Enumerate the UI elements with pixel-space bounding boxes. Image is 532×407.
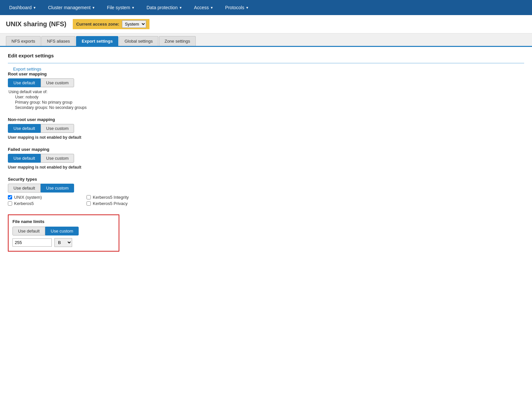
nav-access[interactable]: Access ▼ xyxy=(188,1,219,14)
nav-access-label: Access xyxy=(194,5,209,10)
nav-access-caret: ▼ xyxy=(210,6,213,10)
security-types-label: Security types xyxy=(8,177,524,182)
nav-dataprotection-caret: ▼ xyxy=(179,6,182,10)
nav-dashboard-caret: ▼ xyxy=(33,6,36,10)
top-navigation: Dashboard ▼ Cluster management ▼ File sy… xyxy=(0,0,532,15)
nav-filesystem-label: File system xyxy=(107,5,130,10)
nav-protocols[interactable]: Protocols ▼ xyxy=(219,1,255,14)
nav-filesystem-caret: ▼ xyxy=(131,6,135,10)
unix-system-checkbox[interactable] xyxy=(8,195,12,199)
non-root-user-mapping-block: Non-root user mapping Use default Use cu… xyxy=(8,117,524,140)
edit-section-title: Edit export settings xyxy=(8,53,524,58)
file-limits-use-default-button[interactable]: Use default xyxy=(12,227,45,235)
file-name-limits-block: File name limits Use default Use custom … xyxy=(8,213,524,252)
checkbox-kerberos5: Kerberos5 xyxy=(8,201,80,206)
non-root-use-custom-button[interactable]: Use custom xyxy=(41,124,74,133)
nav-dashboard-label: Dashboard xyxy=(9,5,32,10)
file-name-limits-box: File name limits Use default Use custom … xyxy=(8,214,119,252)
file-limits-use-custom-button[interactable]: Use custom xyxy=(45,227,79,235)
nav-file-system[interactable]: File system ▼ xyxy=(101,1,141,14)
root-mapping-info: Using default value of: User: nobody Pri… xyxy=(9,90,524,110)
non-root-mapping-note: User mapping is not enabled by default xyxy=(8,135,524,140)
root-user-mapping-block: Root user mapping Use default Use custom… xyxy=(8,71,524,110)
root-use-custom-button[interactable]: Use custom xyxy=(41,78,74,87)
nav-cluster-label: Cluster management xyxy=(48,5,90,10)
export-settings-section: Export settings Root user mapping Use de… xyxy=(8,63,524,252)
security-types-checkboxes: UNIX (system) Kerberos5 Integrity Kerber… xyxy=(8,195,524,206)
failed-user-mapping-btn-group: Use default Use custom xyxy=(8,154,524,163)
nav-data-protection[interactable]: Data protection ▼ xyxy=(141,1,188,14)
non-root-user-mapping-btn-group: Use default Use custom xyxy=(8,124,524,133)
kerberos5-integrity-checkbox[interactable] xyxy=(87,195,91,199)
file-limits-input-row: B KB MB xyxy=(12,238,115,247)
tab-global-settings[interactable]: Global settings xyxy=(119,36,158,46)
tab-nfs-exports[interactable]: NFS exports xyxy=(6,36,41,46)
kerberos5-privacy-checkbox[interactable] xyxy=(87,201,91,206)
nav-protocols-caret: ▼ xyxy=(246,6,249,10)
security-types-block: Security types Use default Use custom UN… xyxy=(8,177,524,206)
root-use-default-button[interactable]: Use default xyxy=(8,78,41,87)
kerberos5-checkbox[interactable] xyxy=(8,201,12,206)
root-info-line-3: Secondary groups: No secondary groups xyxy=(15,105,524,110)
security-use-custom-button[interactable]: Use custom xyxy=(41,184,74,193)
root-user-mapping-btn-group: Use default Use custom xyxy=(8,78,524,87)
nav-cluster-management[interactable]: Cluster management ▼ xyxy=(42,1,101,14)
failed-user-mapping-block: Failed user mapping Use default Use cust… xyxy=(8,147,524,170)
page-title: UNIX sharing (NFS) xyxy=(6,20,66,28)
file-name-limits-btn-group: Use default Use custom xyxy=(12,227,115,235)
checkbox-kerberos5-privacy: Kerberos5 Privacy xyxy=(87,201,159,206)
root-info-line-1: User: nobody xyxy=(15,95,524,99)
non-root-user-mapping-label: Non-root user mapping xyxy=(8,117,524,122)
file-name-limits-label: File name limits xyxy=(12,219,115,224)
kerberos5-privacy-label: Kerberos5 Privacy xyxy=(93,201,128,206)
checkbox-unix-system: UNIX (system) xyxy=(8,195,80,200)
failed-mapping-note: User mapping is not enabled by default xyxy=(8,165,524,170)
kerberos5-integrity-label: Kerberos5 Integrity xyxy=(93,195,129,200)
root-info-line-0: Using default value of: xyxy=(9,90,524,94)
nav-cluster-caret: ▼ xyxy=(92,6,95,10)
access-zone-label: Current access zone: xyxy=(76,22,119,27)
export-settings-legend: Export settings xyxy=(11,67,43,71)
root-user-mapping-label: Root user mapping xyxy=(8,71,524,76)
file-limits-unit-select[interactable]: B KB MB xyxy=(54,238,72,247)
nav-dashboard[interactable]: Dashboard ▼ xyxy=(3,1,42,14)
unix-system-label: UNIX (system) xyxy=(14,195,42,200)
security-use-default-button[interactable]: Use default xyxy=(8,184,41,193)
root-info-line-2: Primary group: No primary group xyxy=(15,100,524,105)
failed-use-default-button[interactable]: Use default xyxy=(8,154,41,163)
nav-protocols-label: Protocols xyxy=(225,5,244,10)
failed-use-custom-button[interactable]: Use custom xyxy=(41,154,74,163)
kerberos5-label: Kerberos5 xyxy=(14,201,34,206)
tab-export-settings[interactable]: Export settings xyxy=(76,36,118,46)
non-root-use-default-button[interactable]: Use default xyxy=(8,124,41,133)
access-zone-select[interactable]: System xyxy=(122,20,146,28)
checkbox-kerberos5-integrity: Kerberos5 Integrity xyxy=(87,195,159,200)
file-limits-value-input[interactable] xyxy=(12,238,52,247)
nav-dataprotection-label: Data protection xyxy=(147,5,178,10)
tab-zone-settings[interactable]: Zone settings xyxy=(159,36,196,46)
main-content: Edit export settings Export settings Roo… xyxy=(0,47,532,265)
tab-nfs-aliases[interactable]: NFS aliases xyxy=(41,36,75,46)
access-zone-badge: Current access zone: System xyxy=(73,19,149,29)
security-types-btn-group: Use default Use custom xyxy=(8,184,524,193)
tabs-bar: NFS exports NFS aliases Export settings … xyxy=(0,33,532,47)
page-header: UNIX sharing (NFS) Current access zone: … xyxy=(0,15,532,33)
failed-user-mapping-label: Failed user mapping xyxy=(8,147,524,152)
